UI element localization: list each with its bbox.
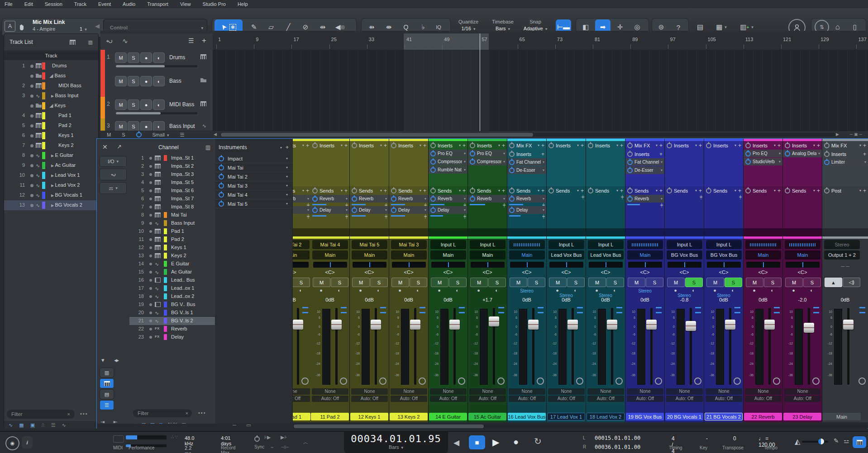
add-icon[interactable]: +	[699, 142, 702, 149]
power-icon[interactable]	[824, 151, 830, 157]
menu-item-track[interactable]: Track	[74, 1, 86, 7]
input-select-box[interactable]	[627, 240, 663, 249]
plugin-dropdown-icon[interactable]: ▾	[503, 160, 505, 164]
power-icon[interactable]	[745, 143, 751, 148]
track-list-row[interactable]: ◢ Keys	[4, 101, 98, 111]
track-dot[interactable]	[30, 104, 33, 108]
mixer-strip[interactable]: Inserts▾+Sends▾+Reverb▾╪Delay▾╪Mai Tai 4…	[310, 139, 350, 422]
mini-faders-icon[interactable]: ⚍	[844, 437, 849, 444]
strip-monitor-icon[interactable]: ◐	[410, 288, 426, 293]
narrow-wide-icon[interactable]: ◂▸	[114, 357, 118, 363]
menu-item-session[interactable]: Session	[45, 1, 62, 7]
fader-knob[interactable]	[331, 320, 342, 330]
strip-monitor-icon[interactable]: ◐	[606, 288, 623, 293]
section-header-sends[interactable]: Sends▾+	[783, 186, 822, 195]
track-list-row[interactable]: 12∿▶ BG Vocals 1	[4, 190, 98, 200]
plugin-slot[interactable]: De-Esser▾	[507, 166, 546, 174]
fader-knob[interactable]	[686, 321, 696, 331]
send-mini-widget[interactable]: ╪	[665, 195, 704, 201]
send-mini-widget[interactable]: ╪	[547, 195, 586, 201]
channel-list-row[interactable]: 5Impa..St 6	[129, 187, 215, 195]
automation-none-box[interactable]: None	[509, 388, 545, 395]
instrument-power-icon[interactable]	[219, 165, 224, 170]
strip-monitor-icon[interactable]: ◐	[764, 288, 781, 293]
instrument-dropdown-icon[interactable]: ▾	[286, 184, 288, 188]
mixer-strip[interactable]: Inserts▾+Sends▾+╪Input LBG Vox Bus<C>MS●…	[665, 139, 704, 422]
track-list-row[interactable]: 13∿▶ BG Vocals 2	[4, 200, 98, 210]
track-dot[interactable]	[30, 154, 33, 157]
plugin-slot[interactable]: Reverb▾	[429, 195, 467, 203]
collapse-icon[interactable]: ▾	[616, 143, 618, 147]
add-icon[interactable]: +	[423, 188, 426, 194]
input-select-box[interactable]: Input L	[706, 240, 742, 249]
collapse-icon[interactable]: ▾	[302, 189, 304, 193]
track-solo-button[interactable]: S	[128, 99, 139, 110]
automation-mode-box[interactable]: Auto: Off	[627, 396, 663, 402]
send-level-bar[interactable]: ╪	[350, 214, 389, 217]
output-select-box[interactable]: Main	[293, 250, 310, 260]
audio-tab-icon[interactable]: ∿	[9, 422, 13, 428]
strip-solo-button[interactable]: S	[370, 278, 388, 287]
automation-mode-box[interactable]: Auto: Off	[706, 396, 742, 402]
strip-solo-button[interactable]: S	[449, 278, 467, 287]
output-select-box[interactable]: Main	[430, 250, 466, 260]
instrument-dropdown-icon[interactable]: ▾	[286, 165, 288, 170]
restore-console-icon[interactable]: ▭	[246, 422, 251, 428]
fader-knob[interactable]	[646, 320, 657, 330]
menu-item-transport[interactable]: Transport	[147, 1, 168, 7]
output-select-box[interactable]: BG Vox Bus	[706, 250, 742, 260]
section-header-inserts[interactable]: Inserts▾+	[547, 141, 586, 150]
automation-mode-box[interactable]: Auto: Off	[351, 396, 388, 402]
fader-knob[interactable]	[528, 320, 539, 330]
strip-mute-button[interactable]: M	[352, 278, 370, 287]
channel-strip-label[interactable]: 20 BG Vocals 1	[665, 413, 703, 420]
section-header-sends[interactable]: Sends▾+	[744, 186, 782, 195]
output-select-box[interactable]: Main	[509, 250, 545, 260]
pan-slider[interactable]	[668, 262, 701, 268]
fader-area[interactable]: 1060-6-12-18-24-36	[783, 306, 822, 387]
plugin-slot[interactable]: Delay▾	[389, 206, 428, 214]
collapse-icon[interactable]: ▾	[577, 189, 579, 193]
fader-knob[interactable]	[489, 316, 499, 326]
instrument-dropdown-icon[interactable]: ▾	[286, 193, 288, 197]
plugin-power-icon[interactable]	[509, 196, 515, 202]
channel-dot[interactable]	[149, 165, 152, 168]
time-mode-selector[interactable]: Bars	[344, 444, 448, 450]
add-icon[interactable]: +	[581, 188, 584, 194]
add-icon[interactable]: +	[384, 142, 387, 149]
pan-slider[interactable]	[313, 262, 347, 268]
track-dot[interactable]	[30, 75, 33, 78]
plugin-slot[interactable]: Analog Delay▾	[783, 150, 822, 157]
channel-filter-icon[interactable]: ▥	[205, 144, 210, 151]
strip-mute-button[interactable]: M	[628, 278, 645, 287]
collapse-icon[interactable]: ▾	[813, 143, 815, 147]
main-speaker-button[interactable]: ◁)	[843, 278, 860, 287]
send-level-bar[interactable]: ╪	[429, 203, 467, 206]
input-select-box[interactable]: Stereo	[824, 240, 860, 249]
automation-none-box[interactable]: None	[745, 388, 782, 395]
plugin-slot[interactable]: Rum­ble Nat..▾	[429, 166, 467, 174]
mixer-strip[interactable]: Inserts▾+Pro EQ▾StudioVerb▾Sends▾+Main<C…	[744, 139, 783, 422]
automation-mode-box[interactable]: Auto: Off	[666, 396, 703, 402]
strip-solo-button[interactable]: S	[764, 278, 782, 287]
power-icon[interactable]	[627, 188, 633, 193]
automation-mode-box[interactable]: Auto: Off	[391, 396, 427, 402]
plugin-slot[interactable]: Reverb▾	[507, 195, 546, 203]
output-select-box[interactable]: Lead Vox Bus	[548, 250, 584, 260]
power-icon[interactable]	[706, 188, 711, 193]
transpose-value[interactable]: 0	[733, 435, 736, 442]
collapse-icon[interactable]: ▾	[101, 357, 105, 363]
track-dot[interactable]	[30, 204, 33, 207]
plugin-power-icon[interactable]	[745, 151, 751, 156]
mixer-strip[interactable]: Mix FX▾+Inserts+Fat Channel▾De-Esser▾Sen…	[625, 139, 665, 422]
plugin-dropdown-icon[interactable]: ▾	[543, 168, 544, 172]
channel-dot[interactable]	[149, 336, 152, 339]
strip-monitor-icon[interactable]: ◐	[725, 288, 741, 293]
plugin-dropdown-icon[interactable]: ▾	[503, 197, 505, 201]
plugin-dropdown-icon[interactable]: ▾	[464, 197, 466, 201]
channel-strip-label[interactable]: 22 Reverb	[744, 413, 782, 420]
plugin-dropdown-icon[interactable]: ▾	[424, 197, 426, 201]
strip-record-icon[interactable]: ●	[470, 288, 487, 293]
automation-indicator-icon[interactable]	[616, 307, 622, 313]
track-list-row[interactable]: 4Pad 1	[4, 111, 98, 121]
